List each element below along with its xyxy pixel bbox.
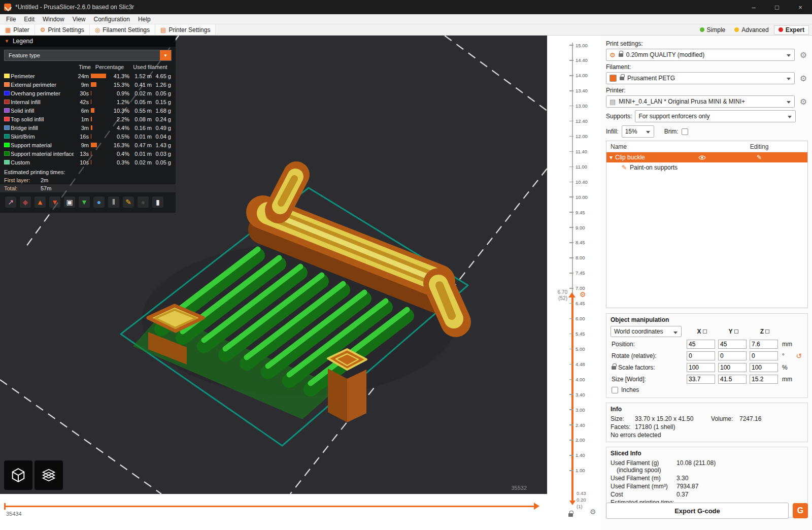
layer-tick: 1.40 (569, 453, 588, 458)
object-editing-icon[interactable]: ✎ (711, 154, 807, 161)
close-button[interactable]: × (789, 0, 812, 14)
editor-view-thumbnail[interactable] (4, 460, 32, 490)
layer-slider-area: 15.0014.4014.0013.4013.0012.4012.0011.40… (547, 36, 601, 530)
menu-item[interactable]: Window (39, 16, 69, 23)
dropdown-arrow-icon: ▼ (160, 50, 171, 60)
object-row-selected[interactable]: ▾ Clip buckle ✎ (606, 152, 807, 162)
preview-view-thumbnail[interactable] (35, 460, 63, 490)
tab-print-settings[interactable]: ⚙ Print Settings (35, 24, 90, 35)
x-value-input[interactable] (687, 363, 715, 372)
shells-toggle-icon[interactable]: ● (138, 196, 149, 208)
move-slider-arrow-icon[interactable] (534, 503, 539, 510)
legend-header[interactable]: ▼ Legend (0, 36, 176, 47)
unretractions-toggle-icon[interactable]: ▼ (79, 196, 90, 208)
seams-toggle-icon[interactable]: ▣ (64, 196, 75, 208)
z-value-input[interactable] (750, 340, 778, 349)
travels-toggle-icon[interactable]: ↗ (5, 196, 16, 208)
feature-type-select[interactable]: Feature type ▼ (4, 50, 172, 61)
inches-checkbox[interactable] (612, 387, 618, 393)
z-value-input[interactable] (750, 363, 778, 372)
coordinates-select[interactable]: World coordinates (611, 326, 682, 337)
supports-value: For support enforcers only (638, 113, 709, 120)
object-row-paint-on-supports[interactable]: ✎ Paint-on supports (606, 162, 807, 173)
feature-percentage: 2.2% (109, 116, 129, 122)
layer-tick: 3.00 (569, 407, 588, 412)
feature-used-meters: 0.05 m (129, 99, 152, 105)
x-value-input[interactable] (687, 351, 715, 360)
y-value-input[interactable] (718, 351, 747, 360)
retractions-toggle-icon[interactable]: ▲ (35, 196, 46, 208)
y-value-input[interactable] (718, 375, 747, 384)
edit-print-settings-gear-icon[interactable]: ⚙ (799, 50, 808, 60)
menu-item[interactable]: Help (134, 16, 155, 23)
slider-lock-icon[interactable] (568, 510, 573, 519)
menu-item[interactable]: File (2, 16, 20, 23)
printer-select[interactable]: ▤ MINI+_0.4_LAN * Original Prusa MINI & … (606, 95, 795, 108)
pause-prints-toggle-icon[interactable]: ‖ (108, 196, 119, 208)
legend-row: Internal infill 42s 1.2% 0.05 m 0.15 g (0, 97, 176, 106)
infill-select[interactable]: 15% (622, 125, 654, 138)
feature-name: Bridge infill (11, 125, 74, 131)
tab-bar: ▦ Plater ⚙ Print Settings ◎ Filament Set… (0, 24, 812, 36)
reset-rotation-icon[interactable]: ↺ (795, 352, 802, 360)
export-gcode-button[interactable]: Export G-code (606, 503, 789, 519)
menu-item[interactable]: View (69, 16, 90, 23)
mode-advanced-button[interactable]: Advanced (730, 26, 772, 34)
visibility-eye-icon[interactable] (698, 155, 706, 160)
layer-slider-handle[interactable] (568, 292, 576, 297)
manipulation-row: Size [World]: mm (611, 375, 803, 384)
object-manipulation-title: Object manipulation (611, 316, 803, 323)
z-value-input[interactable] (750, 375, 778, 384)
feature-percentage: 0.5% (109, 134, 129, 140)
brim-checkbox[interactable] (682, 128, 688, 135)
sliced-info-label: Used Filament (g) (including spool) (611, 459, 676, 474)
y-value-input[interactable] (718, 363, 747, 372)
3d-viewport[interactable]: ▼ Legend Feature type ▼ Time Percentage … (0, 36, 547, 494)
move-slider-track[interactable] (4, 506, 534, 507)
edit-filament-gear-icon[interactable]: ⚙ (799, 74, 808, 83)
maximize-button[interactable]: □ (765, 0, 789, 14)
mode-simple-button[interactable]: Simple (696, 26, 730, 34)
deretractions-toggle-icon[interactable]: ▼ (49, 196, 60, 208)
expand-arrow-icon[interactable]: ▾ (610, 154, 613, 161)
color-changes-toggle-icon[interactable]: ● (93, 196, 105, 208)
feature-used-grams: 0.04 g (152, 134, 171, 140)
menu-item[interactable]: Configuration (90, 16, 134, 23)
tab-filament-settings[interactable]: ◎ Filament Settings (90, 24, 155, 35)
gcode-file-icon[interactable]: G (793, 503, 808, 518)
object-list-header: Name Editing (606, 141, 807, 152)
x-value-input[interactable] (687, 340, 715, 349)
menu-item[interactable]: Edit (20, 16, 39, 23)
tab-plater[interactable]: ▦ Plater (0, 24, 35, 35)
manipulation-rows: Position: mm Rotate (relative): (611, 340, 803, 384)
wipe-toggle-icon[interactable]: ◆ (20, 196, 31, 208)
mode-label: Expert (786, 26, 804, 34)
printer-label: Printer: (606, 87, 808, 94)
axis-icon (765, 329, 769, 334)
layer-tick: 9.00 (569, 225, 588, 230)
size-value: 33.70 x 15.20 x 41.50 (635, 415, 711, 422)
slider-settings-gear-icon[interactable]: ⚙ (590, 508, 596, 516)
feature-used-grams: 1.26 g (152, 82, 171, 88)
edit-printer-gear-icon[interactable]: ⚙ (799, 97, 808, 107)
filament-select[interactable]: Prusament PETG (606, 72, 795, 84)
unit-label: ° (781, 352, 794, 359)
feature-name: Perimeter (11, 73, 74, 79)
tool-marker-toggle-icon[interactable]: ▮ (152, 196, 163, 208)
filament-color-swatch (610, 75, 617, 82)
custom-gcodes-toggle-icon[interactable]: ✎ (123, 196, 134, 208)
y-value-input[interactable] (718, 340, 747, 349)
z-value-input[interactable] (750, 351, 778, 360)
print-settings-select[interactable]: ⚙ 0.20mm QUALITY (modified) (606, 49, 795, 61)
minimize-button[interactable]: – (742, 0, 765, 14)
mode-expert-button[interactable]: Expert (774, 25, 809, 35)
x-value-input[interactable] (687, 375, 715, 384)
supports-select[interactable]: For support enforcers only (635, 110, 796, 122)
size-label: Size: (611, 415, 635, 422)
feature-name: External perimeter (11, 82, 74, 88)
layer-slider-bottom-arrow-icon[interactable] (569, 501, 576, 505)
layer-actions-gear-icon[interactable]: ⚙ (580, 290, 586, 299)
name-column-header: Name (606, 143, 711, 150)
tab-printer-settings[interactable]: ▤ Printer Settings (155, 24, 216, 35)
app-window: *Untitled - PrusaSlicer-2.6.0 based on S… (0, 0, 812, 530)
